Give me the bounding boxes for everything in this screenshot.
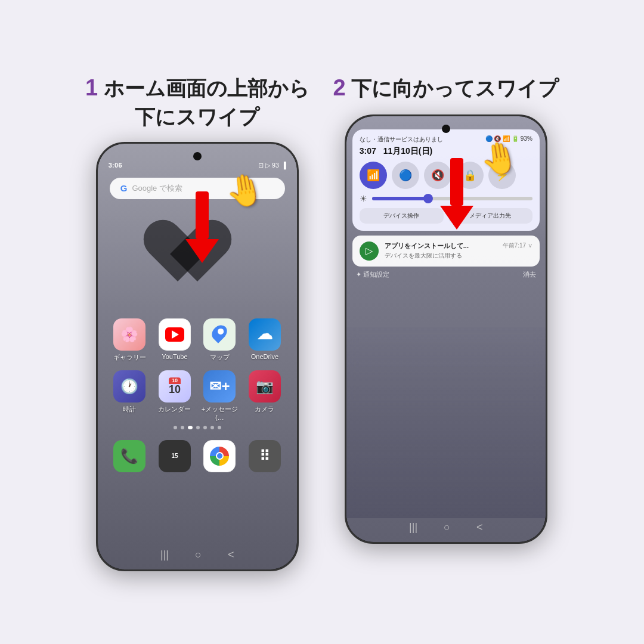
dot-4 xyxy=(196,426,200,429)
main-container: 1 ホーム画面の上部から 下にスワイプ 3:06 ⊡ ▷ 93 ▐ G Goog… xyxy=(0,55,644,589)
instruction-2-title: 2 下に向かってスワイプ xyxy=(333,73,559,103)
brightness-knob xyxy=(423,194,433,203)
apps-grid-icon: ⠿ xyxy=(249,440,281,472)
chrome-ring xyxy=(210,447,229,466)
arrow-shaft-1 xyxy=(196,191,209,239)
notif-settings-row: ✦ 通知設定 消去 xyxy=(346,267,546,283)
notif-app-icon: ▷ xyxy=(360,242,379,261)
cloud-icon: ☁ xyxy=(257,325,273,343)
title-line2: 下にスワイプ xyxy=(135,106,259,128)
page-dots xyxy=(98,426,297,429)
step-num-2: 2 xyxy=(333,75,346,100)
chrome-icon-wrap xyxy=(203,440,236,472)
blur-overlay xyxy=(346,327,546,518)
clock-label: 時計 xyxy=(123,405,136,414)
google-logo: G xyxy=(120,183,128,193)
title-2: 下に向かってスワイプ xyxy=(351,77,559,100)
notif-title: アプリをインストールして... xyxy=(385,242,497,250)
notif-subtitle: デバイスを最大限に活用する xyxy=(385,252,497,260)
title-line1: ホーム画面の上部から xyxy=(104,77,309,100)
notif-time: 午前7:17 ∨ xyxy=(503,242,532,250)
battery-pct-2: 93% xyxy=(521,135,532,142)
bluetooth-toggle[interactable]: 🔵 xyxy=(392,162,419,189)
nav-home-1: ○ xyxy=(195,549,202,561)
notif-icons: ⊡ ▷ 93 xyxy=(258,162,279,169)
app-row-2: 🕐 時計 10 10 カレンダー ✉+ xyxy=(98,370,297,421)
hand-cursor-2: 🤚 xyxy=(477,137,522,179)
gallery-label: ギャラリー xyxy=(113,353,146,362)
onedrive-icon: ☁ xyxy=(249,318,281,351)
time-2: 3:07 xyxy=(360,146,376,156)
search-text: Google で検索 xyxy=(132,183,182,194)
gallery-icon: 🌸 xyxy=(113,318,145,351)
calendar-label: カレンダー xyxy=(158,405,191,414)
notif-settings-link[interactable]: ✦ 通知設定 xyxy=(356,270,389,279)
app-onedrive[interactable]: ☁ OneDrive xyxy=(243,318,286,362)
dock-phone[interactable]: 📞 xyxy=(108,440,151,472)
dot-7 xyxy=(218,426,221,429)
maps-label: マップ xyxy=(210,353,230,362)
dot-2 xyxy=(181,426,184,429)
notif-text-block: アプリをインストールして... デバイスを最大限に活用する xyxy=(385,242,497,260)
nav-back-1: < xyxy=(228,549,234,561)
dot-3-active xyxy=(188,426,193,429)
app-maps[interactable]: マップ xyxy=(198,318,241,362)
youtube-icon-wrap xyxy=(159,318,191,351)
messages-label: +メッセージ(… xyxy=(198,405,241,421)
camera-icon: 📷 xyxy=(249,370,281,402)
phone2-screen: なし・通信サービスはありまし 🔵 🔇 📶 🔋 93% 3:07 11月10日(日… xyxy=(346,116,546,542)
hand-cursor-1: 🤚 xyxy=(222,169,267,211)
nav-recent-2: ||| xyxy=(409,521,417,534)
yt-triangle xyxy=(172,330,179,339)
device-operation-btn[interactable]: デバイス操作 xyxy=(360,208,444,224)
notif-time-text: 午前7:17 xyxy=(503,242,526,249)
notif-expand-icon: ∨ xyxy=(528,242,532,249)
time-display-1: 3:06 xyxy=(109,162,122,169)
instruction-1-title: 1 ホーム画面の上部から 下にスワイプ xyxy=(85,73,309,131)
nav-back-2: < xyxy=(476,521,483,534)
app-messages[interactable]: ✉+ +メッセージ(… xyxy=(198,370,241,421)
phone-call-icon: 📞 xyxy=(113,440,145,472)
dot-5 xyxy=(203,426,207,429)
clock-icon: 🕐 xyxy=(113,370,145,402)
arrow-shaft-2 xyxy=(450,158,463,206)
camera-label: カメラ xyxy=(255,405,274,414)
app-row-1: 🌸 ギャラリー YouTube xyxy=(98,318,297,362)
brightness-fill xyxy=(372,197,428,200)
app-gallery[interactable]: 🌸 ギャラリー xyxy=(108,318,151,362)
arrow-head-1 xyxy=(185,239,219,263)
step-num-1: 1 xyxy=(85,75,98,100)
notification-card: ▷ アプリをインストールして... デバイスを最大限に活用する 午前7:17 ∨ xyxy=(352,236,540,267)
cal-day: 10 xyxy=(169,384,181,395)
nav-home-2: ○ xyxy=(444,521,450,534)
swipe-arrow-1 xyxy=(185,191,219,263)
panel-2: 2 下に向かってスワイプ なし・通信サービスはありまし 🔵 🔇 📶 🔋 93% … xyxy=(333,73,559,543)
wifi-toggle[interactable]: 📶 xyxy=(360,162,387,189)
dock-samsung[interactable]: 15 xyxy=(153,440,196,472)
dock-row: 📞 15 ⠿ xyxy=(98,435,297,477)
phone1-camera xyxy=(193,152,202,160)
brightness-icon: ☀ xyxy=(360,194,367,203)
app-camera[interactable]: 📷 カメラ xyxy=(243,370,286,421)
app-calendar[interactable]: 10 10 カレンダー xyxy=(153,370,196,421)
phone1-nav-bar: ||| ○ < xyxy=(98,549,297,561)
dot-1 xyxy=(174,426,177,429)
app-youtube[interactable]: YouTube xyxy=(153,318,196,362)
onedrive-label: OneDrive xyxy=(251,353,278,360)
maps-pin-inner xyxy=(217,327,225,335)
dock-chrome[interactable] xyxy=(198,440,241,472)
samsung-icon: 15 xyxy=(159,440,191,472)
battery-icon: ▐ xyxy=(281,162,286,169)
app-clock[interactable]: 🕐 時計 xyxy=(108,370,151,421)
date-2: 11月10日(日) xyxy=(383,146,432,156)
phone2-camera xyxy=(442,125,450,133)
maps-pin xyxy=(209,322,230,343)
phone-2: なし・通信サービスはありまし 🔵 🔇 📶 🔋 93% 3:07 11月10日(日… xyxy=(345,114,547,544)
yt-play-btn xyxy=(165,327,184,342)
status-left-2: なし・通信サービスはありまし xyxy=(360,135,443,144)
maps-icon-wrap xyxy=(203,318,236,351)
notif-dismiss-btn[interactable]: 消去 xyxy=(523,270,536,279)
dock-apps[interactable]: ⠿ xyxy=(243,440,286,472)
phone2-nav-bar: ||| ○ < xyxy=(346,521,546,534)
messages-icon: ✉+ xyxy=(203,370,236,402)
